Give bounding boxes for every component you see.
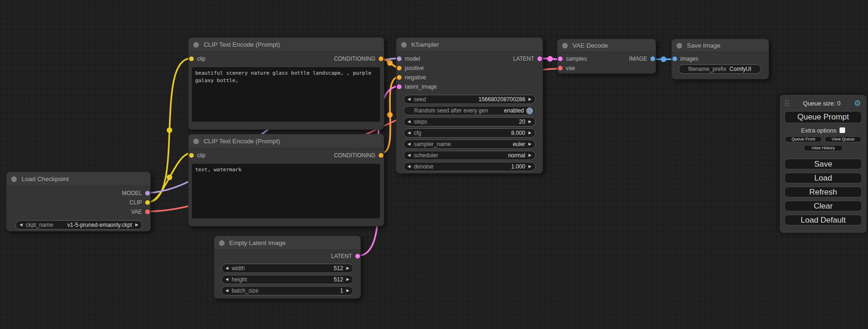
decrement-arrow-icon[interactable]: ◀: [20, 223, 22, 227]
output-port-conditioning[interactable]: [379, 153, 383, 158]
scheduler-widget[interactable]: ◀ scheduler normal ▶: [403, 151, 536, 160]
input-port-images[interactable]: [672, 56, 677, 61]
node-title-bar[interactable]: Save Image: [672, 39, 769, 52]
collapse-dot-icon[interactable]: [401, 42, 407, 48]
increment-arrow-icon[interactable]: ▶: [529, 142, 531, 146]
decrement-arrow-icon[interactable]: ◀: [226, 278, 228, 281]
save-button[interactable]: Save: [784, 159, 862, 169]
node-clip-text-encode-positive[interactable]: CLIP Text Encode (Prompt) clip CONDITION…: [188, 37, 384, 130]
output-port-latent[interactable]: [537, 56, 542, 61]
increment-arrow-icon[interactable]: ▶: [346, 266, 349, 270]
height-widget[interactable]: ◀ height 512 ▶: [221, 275, 353, 284]
link-midpoint-dot: [387, 112, 393, 118]
seed-widget[interactable]: ◀ seed 156680208700286 ▶: [403, 95, 536, 104]
node-title-bar[interactable]: CLIP Text Encode (Prompt): [189, 134, 384, 148]
queue-front-button[interactable]: Queue Front: [785, 136, 822, 142]
output-port-clip[interactable]: [145, 200, 150, 205]
load-button[interactable]: Load: [784, 173, 862, 183]
increment-arrow-icon[interactable]: ▶: [529, 165, 531, 168]
input-port-clip[interactable]: [189, 153, 194, 158]
increment-arrow-icon[interactable]: ▶: [529, 120, 531, 124]
batch-size-widget[interactable]: ◀ batch_size 1 ▶: [221, 286, 353, 295]
output-port-conditioning[interactable]: [379, 56, 383, 61]
increment-arrow-icon[interactable]: ▶: [346, 289, 349, 293]
decrement-arrow-icon[interactable]: ◀: [408, 120, 410, 124]
negative-prompt-textarea[interactable]: text, watermark: [192, 164, 380, 218]
node-clip-text-encode-negative[interactable]: CLIP Text Encode (Prompt) clip CONDITION…: [188, 134, 384, 226]
decrement-arrow-icon[interactable]: ◀: [408, 142, 410, 146]
increment-arrow-icon[interactable]: ▶: [346, 278, 349, 281]
positive-prompt-textarea[interactable]: beautiful scenery nature glass bottle la…: [192, 67, 380, 122]
collapse-dot-icon[interactable]: [219, 240, 225, 246]
output-port-latent[interactable]: [355, 254, 360, 259]
input-port-latent-image[interactable]: [397, 84, 402, 89]
node-title: Empty Latent Image: [229, 239, 286, 246]
view-queue-button[interactable]: View Queue: [825, 136, 861, 142]
node-title-bar[interactable]: VAE Decode: [557, 39, 656, 52]
view-history-button[interactable]: View History: [804, 145, 843, 151]
toggle-knob[interactable]: [526, 107, 533, 114]
node-ksampler[interactable]: KSampler model LATENT positive negative …: [396, 37, 543, 174]
widget-value: 1.000: [511, 163, 525, 170]
random-seed-toggle-widget[interactable]: Random seed after every gen enabled: [403, 106, 536, 115]
filename-prefix-widget[interactable]: filename_prefix ComfyUI: [678, 64, 761, 74]
output-port-model[interactable]: [145, 191, 150, 196]
decrement-arrow-icon[interactable]: ◀: [408, 98, 410, 101]
settings-gear-icon[interactable]: ⚙: [854, 99, 861, 107]
extra-options-checkbox[interactable]: [840, 127, 845, 133]
queue-size-label: Queue size: 0: [790, 100, 854, 107]
node-vae-decode[interactable]: VAE Decode samples IMAGE vae: [557, 39, 656, 74]
increment-arrow-icon[interactable]: ▶: [135, 223, 138, 227]
decrement-arrow-icon[interactable]: ◀: [226, 266, 228, 270]
increment-arrow-icon[interactable]: ▶: [529, 131, 531, 135]
cfg-widget[interactable]: ◀ cfg 8.000 ▶: [403, 128, 536, 138]
node-title-bar[interactable]: Empty Latent Image: [214, 236, 360, 250]
decrement-arrow-icon[interactable]: ◀: [226, 289, 228, 293]
panel-drag-handle-icon[interactable]: [785, 100, 790, 106]
input-port-samples[interactable]: [558, 56, 563, 61]
collapse-dot-icon[interactable]: [11, 176, 17, 182]
refresh-button[interactable]: Refresh: [784, 187, 862, 197]
input-port-model[interactable]: [397, 56, 402, 61]
node-title-bar[interactable]: Load Checkpoint: [7, 172, 150, 186]
collapse-dot-icon[interactable]: [562, 43, 568, 49]
increment-arrow-icon[interactable]: ▶: [529, 154, 531, 157]
decrement-arrow-icon[interactable]: ◀: [408, 154, 410, 157]
decrement-arrow-icon[interactable]: ◀: [408, 165, 410, 168]
input-port-negative[interactable]: [397, 75, 402, 80]
queue-prompt-button[interactable]: Queue Prompt: [784, 111, 862, 123]
output-label-image: IMAGE: [629, 56, 647, 62]
node-save-image[interactable]: Save Image images filename_prefix ComfyU…: [671, 39, 769, 79]
load-default-button[interactable]: Load Default: [784, 215, 862, 225]
clear-button[interactable]: Clear: [784, 201, 862, 211]
decrement-arrow-icon[interactable]: ◀: [408, 131, 410, 135]
widget-value: ComfyUI: [729, 66, 751, 72]
input-port-clip[interactable]: [189, 56, 194, 61]
width-widget[interactable]: ◀ width 512 ▶: [221, 264, 353, 273]
widget-label: cfg: [414, 130, 421, 136]
node-title-bar[interactable]: KSampler: [396, 38, 543, 52]
node-load-checkpoint[interactable]: Load Checkpoint MODEL CLIP VAE ◀ ckpt_na…: [6, 172, 151, 231]
sampler-name-widget[interactable]: ◀ sampler_name euler ▶: [403, 140, 536, 149]
output-label-conditioning: CONDITIONING: [334, 56, 375, 62]
widget-value: 512: [334, 265, 343, 272]
collapse-dot-icon[interactable]: [193, 139, 199, 144]
widget-value: 156680208700286: [479, 96, 525, 103]
extra-options-label: Extra options: [801, 127, 837, 134]
node-graph-canvas[interactable]: Load Checkpoint MODEL CLIP VAE ◀ ckpt_na…: [0, 0, 868, 329]
input-port-vae[interactable]: [558, 66, 563, 70]
input-port-positive[interactable]: [397, 66, 402, 70]
node-empty-latent-image[interactable]: Empty Latent Image LATENT ◀ width 512 ▶ …: [214, 236, 361, 299]
output-port-vae[interactable]: [145, 210, 150, 214]
denoise-widget[interactable]: ◀ denoise 1.000 ▶: [403, 162, 536, 171]
collapse-dot-icon[interactable]: [677, 43, 682, 49]
input-label-latent-image: latent_image: [405, 84, 437, 90]
increment-arrow-icon[interactable]: ▶: [529, 98, 531, 101]
node-title-bar[interactable]: CLIP Text Encode (Prompt): [189, 38, 384, 52]
steps-widget[interactable]: ◀ steps 20 ▶: [403, 117, 536, 126]
ckpt-name-widget[interactable]: ◀ ckpt_name v1-5-pruned-emaonly.ckpt ▶: [15, 220, 142, 230]
collapse-dot-icon[interactable]: [193, 42, 199, 48]
widget-value: v1-5-pruned-emaonly.ckpt: [67, 222, 132, 228]
output-port-image[interactable]: [650, 56, 655, 61]
link-midpoint-dot: [547, 56, 553, 62]
